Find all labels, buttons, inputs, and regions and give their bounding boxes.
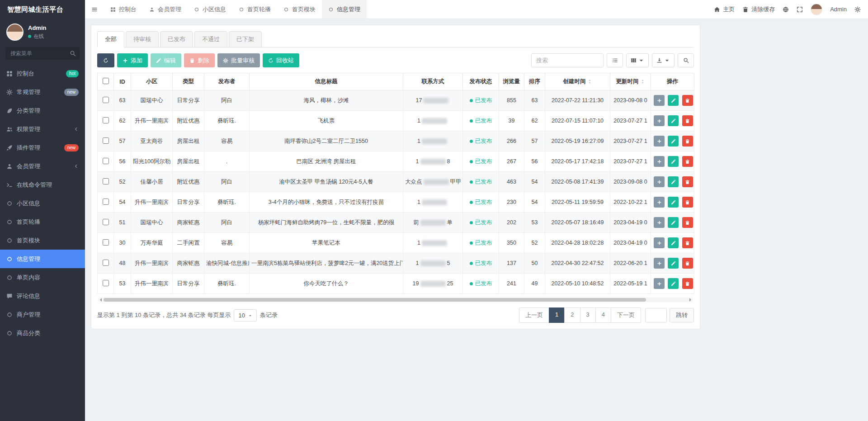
sidebar-item[interactable]: 分类管理: [0, 101, 85, 120]
home-link[interactable]: 主页: [714, 5, 735, 14]
sidebar-item[interactable]: 单页内容: [0, 268, 85, 287]
delete-row-button[interactable]: [682, 278, 693, 289]
clear-cache-link[interactable]: 清除缓存: [742, 5, 775, 14]
page-number-button[interactable]: 3: [580, 307, 596, 323]
delete-button[interactable]: 删除: [184, 53, 215, 67]
topbar-username[interactable]: Admin: [830, 6, 847, 13]
scroll-right-arrow[interactable]: [689, 298, 693, 302]
edit-row-button[interactable]: [668, 278, 679, 289]
export-button[interactable]: [652, 53, 675, 67]
expand-row-button[interactable]: [654, 258, 665, 269]
recycle-bin-button[interactable]: 回收站: [263, 53, 299, 67]
menu-search-input[interactable]: [5, 47, 80, 60]
row-checkbox[interactable]: [103, 260, 109, 266]
delete-row-button[interactable]: [682, 176, 693, 187]
scrollbar-thumb[interactable]: [104, 298, 646, 302]
prev-page-button[interactable]: 上一页: [519, 307, 549, 323]
delete-row-button[interactable]: [682, 258, 693, 269]
topbar-tab[interactable]: 信息管理: [322, 0, 367, 19]
edit-row-button[interactable]: [668, 217, 679, 228]
jump-button[interactable]: 跳转: [670, 308, 694, 322]
column-header-sortable[interactable]: 更新时间: [610, 73, 651, 90]
row-checkbox[interactable]: [103, 239, 109, 246]
page-number-button[interactable]: 1: [549, 307, 565, 323]
expand-row-button[interactable]: [654, 95, 665, 106]
avatar[interactable]: [6, 24, 24, 41]
sidebar-item[interactable]: 商户管理: [0, 305, 85, 324]
topbar-tab[interactable]: 会员管理: [143, 0, 188, 19]
scroll-left-arrow[interactable]: [98, 298, 102, 302]
expand-row-button[interactable]: [654, 217, 665, 228]
delete-row-button[interactable]: [682, 95, 693, 106]
page-number-button[interactable]: 2: [564, 307, 580, 323]
page-size-select[interactable]: 10: [234, 309, 256, 322]
edit-button[interactable]: 编辑: [151, 53, 181, 67]
status-tab[interactable]: 不通过: [194, 31, 227, 47]
delete-row-button[interactable]: [682, 115, 693, 126]
delete-row-button[interactable]: [682, 136, 693, 147]
expand-row-button[interactable]: [654, 278, 665, 289]
row-checkbox[interactable]: [103, 158, 109, 164]
row-checkbox[interactable]: [103, 219, 109, 225]
edit-row-button[interactable]: [668, 197, 679, 208]
expand-row-button[interactable]: [654, 115, 665, 126]
page-number-button[interactable]: 4: [595, 307, 611, 323]
status-tab[interactable]: 待审核: [126, 31, 159, 47]
language-icon[interactable]: [783, 6, 789, 13]
sidebar-item[interactable]: 首页模块: [0, 231, 85, 250]
jump-page-input[interactable]: [645, 308, 667, 322]
sidebar-item[interactable]: 常规管理 new: [0, 83, 85, 101]
sidebar-item[interactable]: 权限管理: [0, 120, 85, 138]
edit-row-button[interactable]: [668, 258, 679, 269]
expand-row-button[interactable]: [654, 176, 665, 187]
sidebar-item[interactable]: 信息管理: [0, 250, 85, 268]
search-button[interactable]: [678, 53, 694, 67]
delete-row-button[interactable]: [682, 217, 693, 228]
row-checkbox[interactable]: [103, 199, 109, 205]
refresh-button[interactable]: [97, 53, 114, 67]
table-search-input[interactable]: [531, 53, 604, 67]
row-checkbox[interactable]: [103, 117, 109, 123]
sidebar-item[interactable]: 在线命令管理: [0, 175, 85, 194]
status-tab[interactable]: 已发布: [160, 31, 193, 47]
delete-row-button[interactable]: [682, 197, 693, 208]
common-search-toggle-button[interactable]: [607, 53, 623, 67]
delete-row-button[interactable]: [682, 237, 693, 248]
row-checkbox[interactable]: [103, 97, 109, 103]
columns-button[interactable]: [626, 53, 649, 67]
expand-row-button[interactable]: [654, 197, 665, 208]
status-tab[interactable]: 已下架: [229, 31, 262, 47]
edit-row-button[interactable]: [668, 237, 679, 248]
sidebar-item[interactable]: 插件管理 new: [0, 138, 85, 157]
expand-row-button[interactable]: [654, 156, 665, 167]
select-all-checkbox[interactable]: [103, 78, 109, 84]
sidebar-item[interactable]: 首页轮播: [0, 213, 85, 231]
horizontal-scrollbar[interactable]: [98, 298, 693, 302]
sidebar-item[interactable]: 评论信息: [0, 287, 85, 305]
add-button[interactable]: 添加: [117, 53, 148, 67]
topbar-tab[interactable]: 首页模块: [277, 0, 322, 19]
sidebar-item[interactable]: 会员管理: [0, 157, 85, 175]
edit-row-button[interactable]: [668, 136, 679, 147]
edit-row-button[interactable]: [668, 95, 679, 106]
expand-row-button[interactable]: [654, 136, 665, 147]
edit-row-button[interactable]: [668, 176, 679, 187]
edit-row-button[interactable]: [668, 156, 679, 167]
next-page-button[interactable]: 下一页: [611, 307, 641, 323]
row-checkbox[interactable]: [103, 137, 109, 144]
topbar-tab[interactable]: 小区信息: [188, 0, 232, 19]
expand-row-button[interactable]: [654, 237, 665, 248]
hamburger-icon[interactable]: [85, 6, 104, 13]
delete-row-button[interactable]: [682, 156, 693, 167]
row-checkbox[interactable]: [103, 280, 109, 286]
status-tab[interactable]: 全部: [97, 31, 124, 47]
sidebar-item[interactable]: 控制台 hot: [0, 64, 85, 83]
column-header-sortable[interactable]: 创建时间: [545, 73, 610, 90]
sidebar-item[interactable]: 商品分类: [0, 324, 85, 342]
topbar-tab[interactable]: 控制台: [104, 0, 143, 19]
settings-gear-icon[interactable]: [854, 6, 861, 13]
row-checkbox[interactable]: [103, 178, 109, 184]
batch-audit-button[interactable]: 批量审核: [217, 53, 260, 67]
fullscreen-icon[interactable]: [797, 6, 803, 13]
topbar-avatar[interactable]: [811, 4, 822, 15]
